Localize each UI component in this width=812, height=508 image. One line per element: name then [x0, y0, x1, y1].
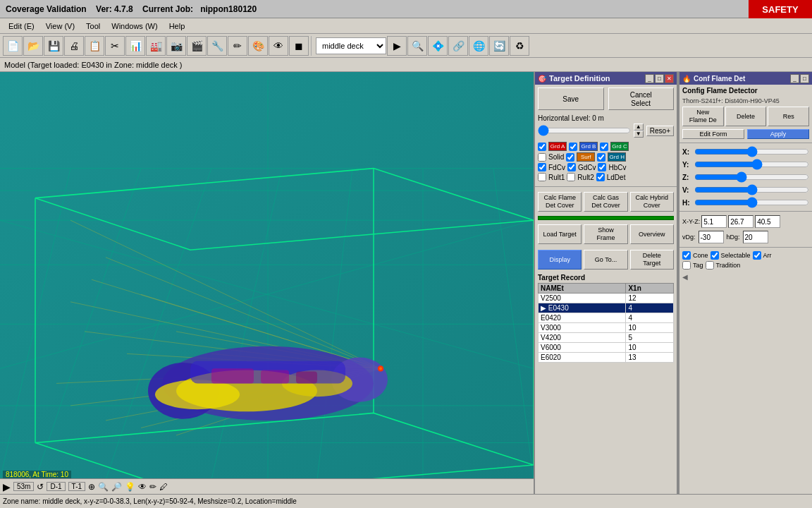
edit-form-btn[interactable]: Edit Form [682, 129, 744, 139]
tag-checkbox[interactable] [682, 261, 691, 270]
tool14-btn[interactable]: 🌐 [469, 36, 488, 56]
cancel-select-button[interactable]: Cancel Select [608, 87, 675, 110]
fdcv-checkbox[interactable] [538, 163, 546, 171]
selectable-checkbox[interactable] [710, 251, 719, 260]
show-frame-btn[interactable]: Show Frame [584, 224, 627, 244]
delete-btn[interactable]: Delete [725, 107, 767, 126]
vdg-input[interactable] [699, 231, 724, 243]
target-close-btn[interactable]: ✕ [665, 74, 674, 83]
toolbar: 📄 📂 💾 🖨 📋 ✂ 📊 🏭 📷 🎬 🔧 ✏ 🎨 👁 ◼ middle dec… [0, 34, 812, 58]
conf-min-btn[interactable]: _ [790, 74, 799, 83]
cone-checkbox[interactable] [682, 251, 691, 260]
edit-apply-btns: Edit Form Apply [679, 128, 812, 140]
x-value-input[interactable] [701, 215, 727, 228]
grd-b-checkbox[interactable] [569, 143, 577, 151]
tool7-btn[interactable]: 🎨 [248, 36, 268, 56]
new-btn[interactable]: 📄 [3, 36, 23, 56]
row-x1n: 4 [626, 313, 674, 323]
level-up-btn[interactable]: ▲ [634, 123, 644, 131]
reset-btn[interactable]: Res [768, 107, 809, 126]
hdg-input[interactable] [743, 231, 768, 243]
tool12-btn[interactable]: 💠 [428, 36, 448, 56]
rult2-checkbox[interactable] [567, 173, 575, 181]
viewport[interactable]: 818006, At Time: 10 [0, 72, 534, 480]
y-value-input[interactable] [728, 215, 753, 228]
target-min-btn[interactable]: _ [645, 74, 654, 83]
rotate-icon: ↺ [37, 482, 44, 492]
apply-button[interactable]: Apply [747, 129, 809, 139]
calc-flame-btn[interactable]: Calc Flame Det Cover [538, 192, 582, 212]
target-win-controls: _ □ ✕ [645, 74, 674, 83]
level-down-btn[interactable]: ▼ [634, 131, 644, 138]
grd-h-checkbox[interactable] [597, 153, 605, 162]
solid-label: Solid [548, 153, 564, 161]
load-target-btn[interactable]: Load Target [538, 224, 582, 244]
surf-checkbox[interactable] [566, 153, 574, 162]
grid-checkboxes-section: Grd A Grd B Grd C Solid Surf Grd H FdCv [535, 139, 677, 184]
lddet-checkbox[interactable] [596, 173, 605, 181]
surf-swatch: Surf [577, 152, 595, 162]
toolbar-separator [311, 36, 314, 56]
conf-max-btn[interactable]: □ [800, 74, 809, 83]
col-x1n: X1n [626, 284, 674, 294]
gdcv-checkbox[interactable] [567, 163, 576, 171]
y-slider[interactable] [694, 159, 809, 169]
menu-tool[interactable]: Tool [80, 20, 106, 32]
rult1-checkbox[interactable] [538, 173, 546, 181]
grd-c-checkbox[interactable] [600, 143, 608, 151]
solid-checkbox[interactable] [538, 153, 546, 162]
tool4-btn[interactable]: 🎬 [187, 36, 207, 56]
v-slider[interactable] [694, 185, 809, 195]
menu-view[interactable]: View (V) [40, 20, 80, 32]
tool8-btn[interactable]: 👁 [269, 36, 288, 56]
goto-btn[interactable]: Go To... [584, 250, 627, 270]
y-slider-row: Y: [679, 158, 812, 171]
h-slider[interactable] [694, 198, 809, 207]
tool10-btn[interactable]: ▶ [387, 36, 407, 56]
open-btn[interactable]: 📂 [23, 36, 43, 56]
table-row[interactable]: E6020 13 [539, 353, 674, 363]
zone-dropdown[interactable]: middle deck [316, 37, 386, 54]
table-row[interactable]: ▶ E0430 4 [539, 303, 674, 313]
z-slider[interactable] [694, 172, 809, 182]
table-row[interactable]: V2500 12 [539, 294, 674, 303]
table-row[interactable]: V4200 5 [539, 333, 674, 343]
tool11-btn[interactable]: 🔍 [407, 36, 427, 56]
save-button[interactable]: Save [538, 87, 604, 110]
table-row[interactable]: V3000 10 [539, 323, 674, 333]
horizontal-level-slider[interactable] [538, 126, 631, 135]
tool16-btn[interactable]: ♻ [510, 36, 529, 56]
tool6-btn[interactable]: ✏ [228, 36, 247, 56]
z-value-input[interactable] [755, 215, 780, 228]
tool9-btn[interactable]: ◼ [289, 36, 309, 56]
tool13-btn[interactable]: 🔗 [448, 36, 468, 56]
menu-help[interactable]: Help [164, 20, 191, 32]
menu-edit[interactable]: Edit (E) [3, 20, 40, 32]
menu-windows[interactable]: Windows (W) [106, 20, 163, 32]
hbcv-checkbox[interactable] [598, 163, 606, 171]
arr-checkbox[interactable] [753, 251, 761, 260]
tool5-btn[interactable]: 🔧 [207, 36, 227, 56]
new-flame-btn[interactable]: New Flame De [682, 107, 724, 126]
print-btn[interactable]: 🖨 [64, 36, 84, 56]
reso-btn[interactable]: Reso+ [646, 126, 674, 136]
tool15-btn[interactable]: 🔄 [489, 36, 509, 56]
x-slider[interactable] [694, 147, 809, 157]
tradition-checkbox[interactable] [706, 261, 714, 270]
overview-btn[interactable]: Overview [630, 224, 674, 244]
table-row[interactable]: E0420 4 [539, 313, 674, 323]
cut-btn[interactable]: ✂ [105, 36, 125, 56]
delete-target-btn[interactable]: Delete Target [630, 250, 674, 270]
table-row[interactable]: V6000 10 [539, 343, 674, 353]
display-btn[interactable]: Display [538, 250, 582, 270]
save-tb-btn[interactable]: 💾 [44, 36, 63, 56]
grd-a-checkbox[interactable] [538, 143, 546, 151]
calc-hybrid-btn[interactable]: Calc Hybrid Cover [630, 192, 674, 212]
target-record-table: NAMEt X1n V2500 12 ▶ E0430 4 [538, 283, 674, 363]
tool3-btn[interactable]: 📷 [166, 36, 186, 56]
copy-btn[interactable]: 📋 [85, 36, 104, 56]
tool1-btn[interactable]: 📊 [125, 36, 145, 56]
tool2-btn[interactable]: 🏭 [146, 36, 166, 56]
target-max-btn[interactable]: □ [655, 74, 664, 83]
calc-gas-btn[interactable]: Calc Gas Det Cover [584, 192, 627, 212]
